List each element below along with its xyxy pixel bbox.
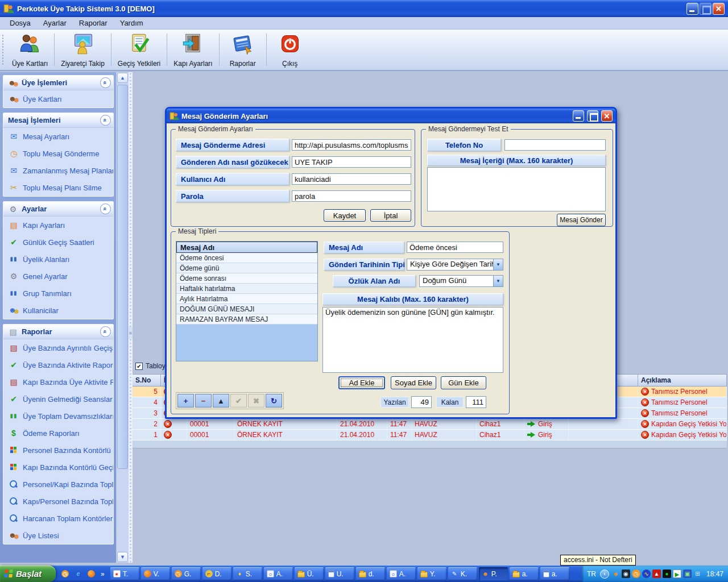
task-button[interactable]: ☻P. [479,567,508,580]
list-item[interactable]: Haftalık hatırlatma [176,284,317,294]
navigator-refresh-button[interactable]: ↻ [266,394,282,408]
language-indicator[interactable]: TR [585,570,598,578]
quick-launch-1[interactable]: ◷ [60,569,70,579]
ozluk-alan-adi-combo[interactable]: Doğum Günü ▼ [419,275,503,287]
toolbar-raporlar-button[interactable]: Raporlar [221,30,265,70]
navigator-delete-button[interactable]: − [195,394,212,408]
table-row[interactable]: 200001ÖRNEK KAYIT21.04.201011:47HAVUZCih… [133,419,727,430]
sidebar-item[interactable]: ▤Üye Bazında Ayrıntılı Geçiş Ra... [3,339,113,356]
collapse-chevron-icon[interactable]: « [100,77,111,88]
list-item[interactable]: RAMAZAN BAYRAM MESAJ [176,314,317,325]
chevron-down-icon[interactable]: ▼ [493,259,503,271]
sidebar-item[interactable]: ✉Zamanlanmış Mesaj Planları [3,162,113,179]
clock-orange-icon[interactable]: ◷ [632,569,640,578]
scanner-icon[interactable]: ▣ [683,569,692,578]
soyad-ekle-button[interactable]: Soyad Ekle [391,376,436,389]
sidebar-item[interactable]: Harcanan Toplam Kontörler [3,510,113,527]
task-button[interactable]: ○A. [264,567,293,580]
sidebar-item[interactable]: ▤Kapı Bazında Üye Aktivite Rap... [3,373,113,390]
quick-launch-overflow-icon[interactable]: » [100,570,106,578]
sidebar-item[interactable]: ▮▮Grup Tanımları [3,285,113,302]
toolbar-uye-kartlari-button[interactable]: Üye Kartları [7,30,53,70]
ad-ekle-button[interactable]: Ad Ekle [338,376,385,389]
sidebar-item[interactable]: Üye Listesi [3,527,113,544]
maximize-button[interactable] [700,3,712,15]
toolbar-grip[interactable] [2,34,4,66]
kullanici-adi-input[interactable] [292,173,411,185]
close-button[interactable] [713,3,725,15]
sidebar-item[interactable]: Kullanicilar [3,302,113,319]
minimize-button[interactable] [686,3,698,15]
task-button[interactable]: ✶T. [110,567,139,580]
gonderi-tarihi-tipi-combo[interactable]: Kişiye Göre Değişen Tarih ▼ [407,259,503,271]
task-button[interactable]: ◷G. [172,567,201,580]
chevron-down-icon[interactable]: ▼ [493,275,503,287]
parola-input[interactable] [292,190,411,202]
tray-collapse-icon[interactable]: ‹ [600,569,609,579]
toolbar-ziyaretci-takip-button[interactable]: Ziyaretçi Takip [56,30,109,70]
toolbar-kapi-ayarlari-button[interactable]: Kapı Ayarları [168,30,217,70]
task-button[interactable]: ✎K. [448,567,477,580]
collapse-chevron-icon[interactable]: « [100,115,111,126]
sidebar-item[interactable]: ▮▮Üyelik Alanları [3,251,113,268]
sidebar-item[interactable]: ✂Toplu Mesaj Planı Silme [3,179,113,196]
pdf-icon[interactable]: ▲ [652,569,661,578]
list-item[interactable]: DOĞUM GÜNÜ MESAJI [176,304,317,314]
sidebar-item[interactable]: Personel/Kapi Bazında Toplam... [3,476,113,493]
list-item[interactable]: Ödeme sonrası [176,273,317,284]
sidebar-item[interactable]: ▮▮Üye Toplam Devamsızlıkları [3,408,113,425]
sidebar-item[interactable]: Üye Kartları [3,90,113,107]
gun-ekle-button[interactable]: Gün Ekle [441,376,486,389]
start-button[interactable]: Başlat [0,566,56,582]
task-button[interactable]: Y. [417,567,446,580]
collapse-chevron-icon[interactable]: « [100,326,111,337]
sidebar-item[interactable]: ▤Kapı Ayarları [3,217,113,234]
list-item[interactable]: Ödeme günü [176,263,317,273]
sidebar-item[interactable]: Kapı Bazında Kontörlü Geçişler [3,459,113,476]
report-play-icon[interactable]: ▶ [673,569,681,578]
traffic-light-icon[interactable]: ● [663,569,671,578]
sidebar-item[interactable]: ◷Toplu Mesaj Gönderme [3,145,113,162]
toolbar-cikis-button[interactable]: Çıkış [268,30,312,70]
mesaj-gonder-button[interactable]: Mesaj Gönder [557,214,606,226]
dialog-close-button[interactable] [601,110,613,122]
sidebar-item[interactable]: ✔Üyenin Gelmediği Seanslar [3,390,113,408]
scrollbar-thumb[interactable] [117,85,128,469]
app-people-icon[interactable]: ☻ [611,569,620,578]
table-checkbox[interactable]: ✔ [135,363,143,370]
sidebar-group-header[interactable]: Üye İşlemleri« [3,76,113,90]
sidebar-item[interactable]: ✔Üye Bazında Aktivite Raporu [3,356,113,373]
menu-raporlar[interactable]: Raporlar [73,18,114,28]
task-button[interactable]: U. [325,567,354,580]
list-item[interactable]: Ödeme öncesi [176,253,317,263]
scroll-up-icon[interactable]: ▲ [117,73,128,83]
sidebar-group-header[interactable]: ▤Raporlar« [3,325,113,339]
sidebar-item[interactable]: ✔Günlük Geçiş Saatleri [3,234,113,251]
kaydet-button[interactable]: Kaydet [324,209,366,222]
splitter-grip-icon[interactable]: ≡ [129,327,133,339]
task-button[interactable]: Ü. [295,567,324,580]
sidebar-group-header[interactable]: Mesaj İşlemleri« [3,113,113,128]
mesaj-kalibi-textarea[interactable]: Üyelik ödemenizin son gününe [GÜN] gün k… [322,307,503,373]
iptal-button[interactable]: İptal [370,209,411,222]
mesaj-adi-input[interactable] [407,242,503,253]
toolbar-gecis-yetkileri-button[interactable]: Geçiş Yetkileri [113,30,166,70]
navigator-add-button[interactable]: + [177,394,194,408]
sidebar-item[interactable]: ✉Mesaj Ayarları [3,128,113,145]
dialog-maximize-button[interactable] [587,110,598,122]
table-row[interactable]: 100001ÖRNEK KAYIT21.04.201011:47HAVUZCih… [133,430,727,440]
table-header-cell[interactable]: Açıklama [638,375,727,386]
list-header[interactable]: Mesaj Adı [176,242,317,253]
sidebar-splitter[interactable]: ≡ [129,72,133,563]
network-icon[interactable]: ⊞ [693,569,702,578]
sidebar-item[interactable]: Personel Bazında Kontörlü Ge... [3,442,113,459]
task-button[interactable]: ⌐D. [202,567,231,580]
gonderen-adi-input[interactable] [292,156,411,168]
task-button[interactable]: a. [510,567,539,580]
quick-launch-3[interactable] [86,569,96,579]
task-button[interactable]: d. [356,567,385,580]
task-button[interactable]: V. [141,567,170,580]
sidebar-item[interactable]: $Ödeme Raporları [3,425,113,442]
wave-icon[interactable]: ∿ [642,569,651,578]
navigator-move-up-button[interactable]: ▲ [213,394,229,408]
